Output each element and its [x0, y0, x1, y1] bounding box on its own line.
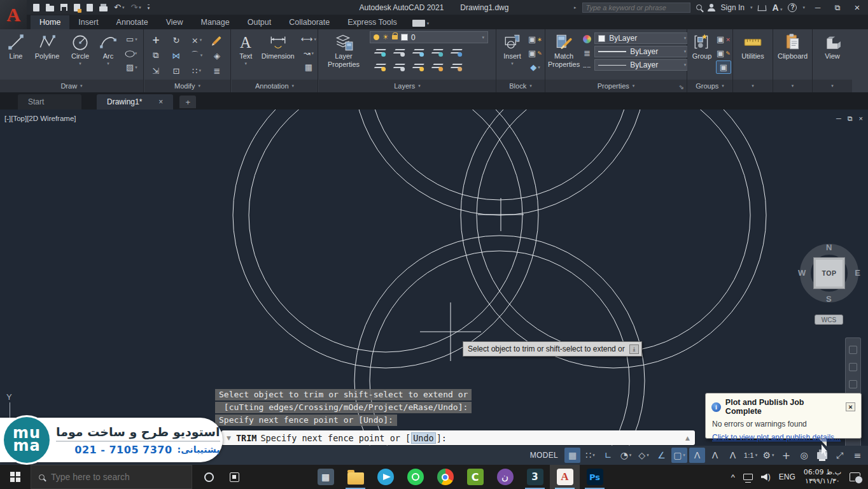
drawing-circle[interactable] [249, 110, 522, 352]
offset-tool-icon[interactable]: ≣ [214, 65, 221, 77]
taskbar-app-calculator[interactable]: ▦ [311, 465, 340, 489]
customize-qat-button[interactable]: ▾ [148, 4, 150, 11]
panel-label-annotation[interactable]: Annotation▾ [232, 80, 318, 92]
notification-link[interactable]: Click to view plot and publish details..… [712, 433, 841, 442]
layer-unisolate-icon[interactable] [392, 49, 405, 55]
linetype-dropdown[interactable]: ByLayer▾ [594, 59, 690, 71]
circle-button[interactable]: Circle ▾ [66, 31, 94, 66]
group-edit-icon[interactable]: ▣✎ [717, 47, 731, 59]
panel-label-modify[interactable]: Modify▾ [144, 80, 230, 92]
panel-label-block[interactable]: Block▾ [496, 80, 545, 92]
layer-erase-icon[interactable] [449, 64, 462, 70]
taskbar-app-whatsapp[interactable] [400, 465, 430, 489]
print-icon[interactable] [99, 4, 108, 11]
polyline-button[interactable]: Polyline [31, 31, 64, 60]
polar-tracking-toggle[interactable]: ◔ ▾ [618, 448, 634, 463]
viewcube-south[interactable]: S [826, 294, 832, 304]
annotation-visibility-toggle[interactable]: Λ [689, 448, 705, 463]
taskbar-search-input[interactable] [51, 472, 172, 482]
scale-dropdown[interactable]: 1:1 ▾ [743, 448, 759, 463]
file-tab-start[interactable]: Start [18, 94, 81, 110]
taskbar-app-file-explorer[interactable] [340, 465, 370, 489]
doc-minimize-icon[interactable]: ─ [836, 115, 841, 123]
copy-tool-icon[interactable]: ⧉ [153, 50, 158, 62]
viewcube-top-face[interactable]: TOP [813, 257, 845, 289]
tab-home[interactable]: Home [31, 15, 69, 29]
panel-label-clipboard[interactable]: ▾ [773, 80, 812, 92]
taskbar-search[interactable] [31, 465, 192, 489]
linear-dimension-icon[interactable]: ⟷ ▾ [301, 33, 316, 45]
layer-lock-tool-icon[interactable] [430, 49, 443, 55]
viewcube[interactable]: N S W E TOP [800, 244, 858, 302]
help-dropdown-icon[interactable]: ▾ [802, 5, 805, 10]
tooltip-expand-icon[interactable]: ⤓ [629, 344, 639, 354]
tray-expand-icon[interactable]: ^ [731, 472, 735, 482]
stretch-tool-icon[interactable]: ⇲ [153, 65, 160, 77]
table-icon[interactable]: ▦ [301, 61, 316, 73]
tab-express-tools[interactable]: Express Tools [339, 15, 406, 29]
customization-menu-icon[interactable]: ≡ [850, 448, 865, 463]
ellipse-tool-icon[interactable]: ○ ▾ [126, 47, 137, 59]
drawing-circle[interactable] [233, 110, 538, 368]
fillet-tool-icon[interactable]: ⌒ ▾ [191, 50, 203, 62]
layer-dropdown[interactable]: ☀ 0 ▾ [370, 31, 488, 43]
clean-screen-icon[interactable]: ⤢ [832, 448, 848, 463]
layer-freeze-tool-icon[interactable] [411, 49, 424, 55]
restore-button[interactable]: ⧉ [830, 3, 844, 12]
make-current-layer-icon[interactable] [449, 49, 462, 55]
task-view-button[interactable] [221, 465, 247, 489]
move-tool-icon[interactable]: + [152, 34, 160, 46]
object-color-wheel-icon[interactable] [583, 33, 591, 45]
layer-unlock-icon[interactable] [430, 64, 443, 70]
clipboard-button[interactable]: Clipboard [774, 31, 811, 60]
keyword-search-input[interactable] [582, 3, 690, 13]
close-button[interactable]: × [850, 2, 864, 13]
erase-tool-icon[interactable] [216, 34, 218, 46]
command-line[interactable]: ▼ TRIM Specify next fence point or [Undo… [221, 430, 695, 445]
notification-close-button[interactable]: × [846, 402, 855, 411]
taskbar-app-autocad[interactable]: A [550, 465, 580, 489]
mirror-tool-icon[interactable]: ⋈ [172, 50, 181, 62]
rectangle-tool-icon[interactable]: ▭ ▾ [126, 33, 137, 45]
line-button[interactable]: Line [4, 31, 28, 60]
layer-freeze-icon[interactable]: ☀ [382, 33, 389, 41]
tab-view[interactable]: View [157, 15, 192, 29]
new-drawing-tab-button[interactable]: + [179, 96, 196, 108]
taskbar-app-3ds-max[interactable]: 3 [520, 465, 550, 489]
match-properties-button[interactable]: Match Properties [548, 31, 580, 68]
thaw-all-layers-icon[interactable] [411, 64, 424, 70]
viewcube-west[interactable]: W [798, 268, 806, 278]
scale-tool-icon[interactable]: ⊡ [173, 65, 180, 77]
properties-panel-launcher-icon[interactable]: ⇘ [679, 83, 684, 90]
taskbar-app-chrome[interactable] [430, 465, 460, 489]
taskbar-app-telegram[interactable] [370, 465, 400, 489]
store-cart-icon[interactable] [758, 5, 767, 11]
match-layer-icon[interactable] [392, 64, 405, 70]
hatch-tool-icon[interactable]: ▨ ▾ [126, 61, 137, 73]
view-button[interactable]: View [814, 31, 851, 60]
layer-isolate-icon[interactable] [373, 49, 386, 55]
panel-label-layers[interactable]: Layers▾ [319, 80, 496, 92]
new-file-icon[interactable] [33, 4, 39, 11]
wcs-dropdown[interactable]: WCS [815, 315, 843, 325]
panel-label-properties[interactable]: Properties▾ [545, 80, 687, 92]
model-space-button[interactable]: MODEL [526, 448, 563, 463]
utilities-button[interactable]: Utilities [734, 31, 771, 60]
language-indicator[interactable]: ENG [779, 472, 795, 481]
layer-color-swatch[interactable] [401, 34, 408, 41]
define-attributes-icon[interactable]: ◆ ▾ [528, 61, 542, 73]
taskbar-app-photoshop[interactable]: Ps [580, 465, 610, 489]
panel-label-utilities[interactable]: ▾ [733, 80, 773, 92]
open-file-icon[interactable] [46, 4, 54, 11]
cortana-button[interactable] [196, 465, 221, 489]
tab-output[interactable]: Output [239, 15, 281, 29]
command-option-undo[interactable]: Undo [411, 432, 436, 444]
insert-block-button[interactable]: Insert ▾ [499, 31, 526, 66]
panel-label-groups[interactable]: Groups▾ [687, 80, 732, 92]
taskbar-app-purple-messenger[interactable]: ن [490, 465, 520, 489]
dimension-button[interactable]: Dimension [260, 31, 296, 60]
linetype-list-icon[interactable]: ╌╌ [583, 61, 591, 73]
tab-annotate[interactable]: Annotate [108, 15, 157, 29]
drawing-circle[interactable] [353, 110, 646, 215]
save-as-icon[interactable] [74, 4, 80, 11]
